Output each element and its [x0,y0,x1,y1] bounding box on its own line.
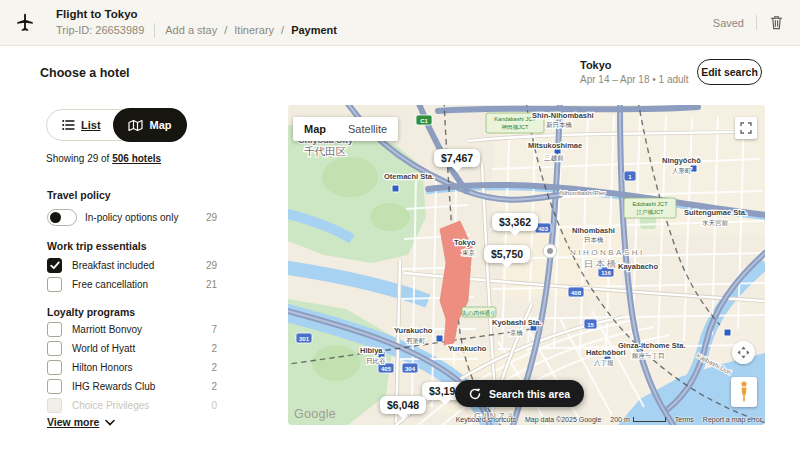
hotel-dot-pin[interactable] [543,244,557,258]
svg-text:日本橋: 日本橋 [584,236,604,243]
svg-text:Hibiya: Hibiya [360,346,383,355]
app-header: Flight to Tokyo Trip-ID: 26653989 Add a … [0,0,800,46]
pegman-control[interactable] [731,377,757,407]
fullscreen-icon [740,122,752,134]
svg-text:Kayabacho: Kayabacho [618,262,658,271]
hyatt-checkbox[interactable] [47,341,62,356]
svg-text:東京: 東京 [462,249,476,256]
filter-count: 0 [211,400,217,411]
svg-text:Yurakucho: Yurakucho [394,326,433,335]
svg-text:水天宮前: 水天宮前 [702,219,729,227]
page-title: Choose a hotel [40,66,130,80]
map-type-control: Map Satellite [293,117,398,141]
filter-row-choice: Choice Privileges 0 [47,398,217,413]
svg-text:Tokyo: Tokyo [454,238,476,247]
map-type-map-button[interactable]: Map [293,117,337,141]
breakfast-checkbox[interactable] [47,258,62,273]
filter-count: 2 [211,381,217,392]
terms-link[interactable]: Terms [675,416,694,423]
search-this-area-button[interactable]: Search this area [455,380,584,407]
svg-text:Nihombashi Pier: Nihombashi Pier [560,189,605,196]
filter-count: 21 [206,279,217,290]
report-map-error-link[interactable]: Report a map error [703,416,762,423]
fullscreen-button[interactable] [735,117,757,139]
pegman-icon [738,381,750,403]
svg-text:千代田区: 千代田区 [304,145,347,157]
filter-row-breakfast: Breakfast included 29 [47,258,217,273]
pan-control-button[interactable] [732,341,755,364]
hotel-price-marker[interactable]: $3,362 [492,213,538,231]
choice-checkbox [47,398,62,413]
svg-text:Suitengumae Sta.: Suitengumae Sta. [684,208,747,217]
filter-heading-travel-policy: Travel policy [47,189,111,201]
hotels-count-link[interactable]: 506 hotels [112,153,161,164]
breadcrumb-itinerary[interactable]: Itinerary [234,24,274,36]
map-icon [128,119,143,132]
map-view-button[interactable]: Map [113,108,187,142]
filter-row-hyatt: World of Hyatt 2 [47,341,217,356]
svg-text:Nihombashi: Nihombashi [572,226,615,235]
svg-text:神田橋JCT: 神田橋JCT [501,124,529,131]
map[interactable]: C1 403 1 15 408 116 301 405 304 Kandabas… [288,105,765,425]
trip-id: Trip-ID: 26653989 [56,24,144,36]
svg-text:日比谷: 日比谷 [366,357,386,365]
hotel-price-marker[interactable]: $6,048 [380,396,426,414]
pan-arrows-icon [737,346,750,359]
svg-text:Ginza-itchome Sta.: Ginza-itchome Sta. [618,341,686,350]
view-more-link[interactable]: View more [47,416,115,428]
list-view-button[interactable]: List [47,119,113,131]
svg-text:Kyobashi Sta.: Kyobashi Sta. [492,318,542,327]
view-toggle: List Map [46,109,187,141]
free-cancellation-checkbox[interactable] [47,277,62,292]
svg-text:Edobashi JCT: Edobashi JCT [632,201,668,207]
saved-status: Saved [713,17,744,29]
svg-text:15: 15 [587,322,594,328]
results-summary: Showing 29 of 506 hotels [46,153,161,164]
svg-text:301: 301 [299,336,310,342]
list-icon [62,119,75,131]
hotel-price-marker[interactable]: $7,467 [434,149,480,167]
breadcrumb: Add a stay / Itinerary / Payment [165,24,337,36]
map-attribution: Keyboard shortcuts Map data ©2025 Google… [456,416,762,423]
scale-bar [633,417,666,422]
marriott-checkbox[interactable] [47,322,62,337]
svg-text:Yurakucho: Yurakucho [448,344,487,353]
svg-text:408: 408 [571,290,582,296]
filter-count: 2 [211,343,217,354]
map-canvas[interactable]: C1 403 1 15 408 116 301 405 304 Kandabas… [288,105,765,425]
filter-count: 29 [206,260,217,271]
filter-heading-essentials: Work trip essentials [47,240,147,252]
filter-row-hilton: Hilton Honors 2 [47,360,217,375]
map-data-attribution: Map data ©2025 Google [525,416,601,423]
svg-text:304: 304 [405,366,416,372]
trip-info: Flight to Tokyo Trip-ID: 26653989 Add a … [56,8,337,38]
search-summary: Tokyo Apr 14 – Apr 18 • 1 adult [580,59,689,85]
svg-text:日本橋: 日本橋 [584,258,619,269]
app-root: Flight to Tokyo Trip-ID: 26653989 Add a … [0,0,800,449]
trash-icon[interactable] [769,14,784,31]
in-policy-toggle[interactable] [47,209,77,226]
svg-text:C1: C1 [420,118,428,124]
filter-row-free-cancellation: Free cancellation 21 [47,277,217,292]
svg-text:Mitsukoshimae: Mitsukoshimae [528,141,582,150]
refresh-icon [469,388,481,400]
hotel-price-marker[interactable]: $5,750 [484,245,530,263]
keyboard-shortcuts-link[interactable]: Keyboard shortcuts [456,416,516,423]
map-type-satellite-button[interactable]: Satellite [337,117,398,141]
svg-text:Ningyōchō: Ningyōchō [662,156,701,165]
edit-search-button[interactable]: Edit search [697,59,762,85]
filter-count: 7 [211,324,217,335]
hilton-checkbox[interactable] [47,360,62,375]
ihg-checkbox[interactable] [47,379,62,394]
check-icon [50,261,60,270]
svg-text:403: 403 [538,226,549,232]
date-summary: Apr 14 – Apr 18 • 1 adult [580,74,689,85]
svg-text:江戸橋JCT: 江戸橋JCT [636,209,664,216]
divider [756,15,757,30]
svg-text:京橋: 京橋 [510,329,524,336]
svg-text:116: 116 [601,270,611,276]
svg-text:三越前: 三越前 [544,154,564,162]
breadcrumb-add-a-stay[interactable]: Add a stay [165,24,217,36]
breadcrumb-payment[interactable]: Payment [291,24,337,36]
airplane-icon[interactable] [14,12,36,34]
